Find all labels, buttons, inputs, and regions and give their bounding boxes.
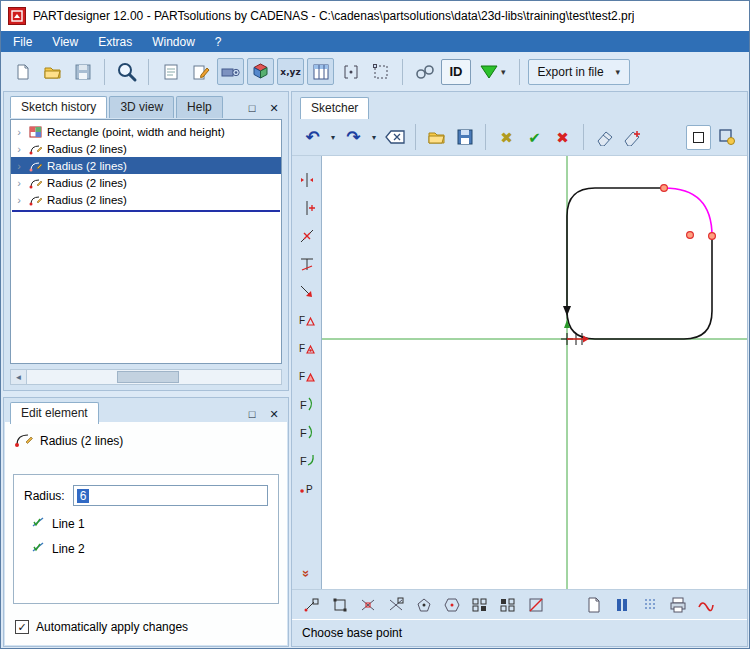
more-tools-chevrons-icon[interactable]: » — [299, 570, 314, 577]
new-file-button[interactable] — [9, 58, 36, 85]
vertical-point-constraint-icon[interactable] — [296, 198, 318, 218]
redo-dropdown[interactable]: ▾ — [369, 133, 379, 142]
dimension-view-button[interactable] — [337, 58, 364, 85]
line-2-item[interactable]: Line 2 — [24, 541, 268, 556]
undo-button[interactable]: ↶ — [300, 125, 325, 150]
formula-radius-icon[interactable]: F — [296, 450, 318, 470]
no-snap-icon[interactable] — [524, 594, 548, 616]
eraser-all-button[interactable] — [620, 125, 645, 150]
dropdown-arrow-icon[interactable]: ▾ — [501, 67, 506, 77]
open-file-button[interactable] — [39, 58, 66, 85]
delete-element-button[interactable]: ✖ — [494, 125, 519, 150]
spline-icon[interactable] — [694, 594, 718, 616]
vertical-constraint-icon[interactable] — [296, 170, 318, 190]
edit-document-button[interactable] — [187, 58, 214, 85]
menu-file[interactable]: File — [3, 33, 42, 51]
float-panel-icon[interactable]: □ — [244, 101, 260, 115]
redo-button[interactable]: ↷ — [341, 125, 366, 150]
select-rectangle-toggle[interactable] — [686, 125, 711, 150]
scrollbar-track[interactable] — [27, 370, 281, 384]
id-button[interactable]: ID — [441, 59, 471, 85]
menu-extras[interactable]: Extras — [88, 33, 142, 51]
eraser-button[interactable] — [592, 125, 617, 150]
zoom-button[interactable] — [113, 58, 140, 85]
selection-frame-button[interactable] — [367, 58, 394, 85]
tree-item-rectangle[interactable]: › Rectangle (point, width and height) — [11, 123, 281, 140]
tree-item-radius-selected[interactable]: › Radius (2 lines) — [11, 157, 281, 174]
menu-help[interactable]: ? — [205, 33, 232, 51]
tree-horizontal-scrollbar[interactable]: ◄ ► — [10, 369, 282, 385]
delete-last-button[interactable] — [382, 125, 407, 150]
corner-points-icon[interactable] — [328, 594, 352, 616]
formula-angle-icon[interactable]: F — [296, 422, 318, 442]
radius-input[interactable]: 6 — [73, 485, 268, 506]
value-table-button[interactable] — [307, 58, 334, 85]
xyz-values-button[interactable]: x,yz — [277, 58, 304, 85]
expand-chevron-icon[interactable]: › — [14, 160, 24, 172]
tab-help[interactable]: Help — [176, 96, 223, 118]
expand-chevron-icon[interactable]: › — [14, 143, 24, 155]
perpendicular-constraint-icon[interactable] — [296, 254, 318, 274]
center-snap-icon[interactable] — [440, 594, 464, 616]
auto-apply-checkbox[interactable]: ✓ — [15, 620, 29, 634]
fillet-end-point[interactable] — [709, 233, 716, 240]
document-view-button[interactable] — [157, 58, 184, 85]
fix-position-icon[interactable]: F — [296, 366, 318, 386]
menu-view[interactable]: View — [42, 33, 88, 51]
play-dropdown-button[interactable]: ▾ — [474, 58, 511, 85]
tab-3d-view[interactable]: 3D view — [109, 96, 174, 118]
intersection-snap-icon[interactable] — [356, 594, 380, 616]
fix-angle-icon[interactable]: F — [296, 338, 318, 358]
pick-point-icon[interactable] — [300, 594, 324, 616]
export-in-file-button[interactable]: Export in file ▾ — [528, 59, 631, 85]
3d-box-button[interactable] — [247, 58, 274, 85]
tangent-constraint-icon[interactable] — [296, 282, 318, 302]
delete-constraint-icon[interactable] — [296, 226, 318, 246]
expand-chevron-icon[interactable]: › — [14, 126, 24, 138]
fillet-start-point[interactable] — [661, 185, 668, 192]
sketch-plane-toggle[interactable] — [714, 125, 739, 150]
close-panel-icon[interactable]: ✕ — [266, 407, 282, 421]
fillet-center-point[interactable] — [687, 232, 694, 239]
float-panel-icon[interactable]: □ — [244, 407, 260, 421]
sketch-outline[interactable] — [567, 188, 712, 339]
grid-snap-icon[interactable] — [468, 594, 492, 616]
grid-snap-alt-icon[interactable] — [496, 594, 520, 616]
tab-sketcher[interactable]: Sketcher — [300, 97, 369, 119]
apply-button[interactable]: ✔ — [522, 125, 547, 150]
plane-edit-icon — [718, 128, 736, 146]
tree-item-radius[interactable]: › Radius (2 lines) — [11, 191, 281, 208]
dashed-bars-icon[interactable] — [638, 594, 662, 616]
formula-length-icon[interactable]: F — [296, 394, 318, 414]
line-reference-icon — [32, 516, 46, 531]
tab-edit-element[interactable]: Edit element — [10, 402, 99, 424]
section-bars-icon[interactable] — [610, 594, 634, 616]
backspace-icon — [385, 130, 405, 144]
printer-icon[interactable] — [666, 594, 690, 616]
save-sketch-button[interactable] — [452, 125, 477, 150]
line-1-item[interactable]: Line 1 — [24, 516, 268, 531]
expand-chevron-icon[interactable]: › — [14, 194, 24, 206]
tree-item-radius[interactable]: › Radius (2 lines) — [11, 140, 281, 157]
close-panel-icon[interactable]: ✕ — [266, 101, 282, 115]
cancel-button[interactable]: ✖ — [550, 125, 575, 150]
scrollbar-thumb[interactable] — [117, 371, 179, 383]
open-sketch-button[interactable] — [424, 125, 449, 150]
tab-sketch-history[interactable]: Sketch history — [10, 96, 107, 118]
menu-window[interactable]: Window — [142, 33, 205, 51]
undo-dropdown[interactable]: ▾ — [328, 133, 338, 142]
point-tool-icon[interactable]: P — [296, 478, 318, 498]
fillet-arc-highlight[interactable] — [664, 188, 712, 236]
measure-button[interactable] — [411, 58, 438, 85]
midpoint-snap-icon[interactable] — [412, 594, 436, 616]
expand-chevron-icon[interactable]: › — [14, 177, 24, 189]
checkbox-check-icon: ✓ — [17, 621, 26, 634]
projection-view-button[interactable] — [217, 58, 244, 85]
scroll-left-icon[interactable]: ◄ — [11, 370, 27, 384]
save-button[interactable] — [69, 58, 96, 85]
sketch-canvas[interactable] — [322, 156, 747, 589]
tree-item-radius[interactable]: › Radius (2 lines) — [11, 174, 281, 191]
sheet-icon[interactable] — [582, 594, 606, 616]
intersection-point-icon[interactable] — [384, 594, 408, 616]
fix-distance-icon[interactable]: F — [296, 310, 318, 330]
